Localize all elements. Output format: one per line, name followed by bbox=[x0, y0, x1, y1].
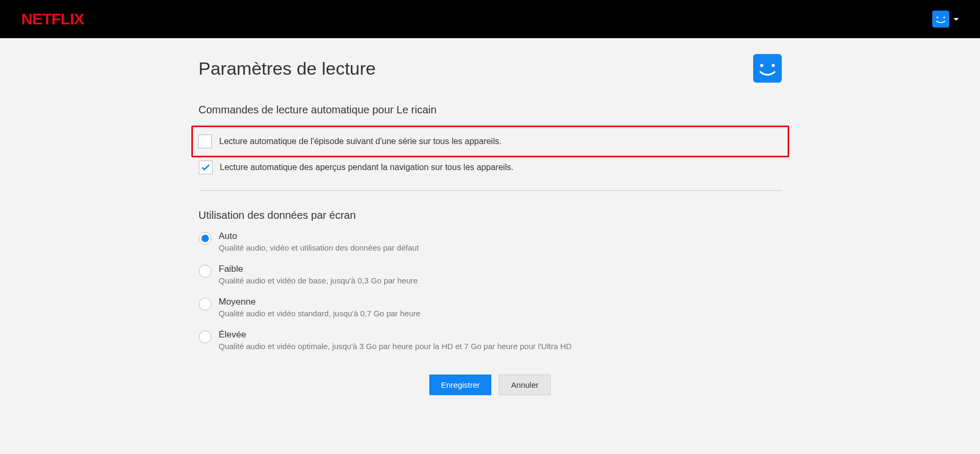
data-usage-medium-label: Moyenne bbox=[219, 297, 421, 307]
data-usage-high-label: Élevée bbox=[219, 330, 572, 340]
autoplay-previews-row[interactable]: Lecture automatique des aperçus pendant … bbox=[199, 161, 782, 174]
data-usage-high-row[interactable]: Élevée Qualité audio et vidéo optimale, … bbox=[199, 330, 782, 351]
autoplay-next-episode-checkbox[interactable] bbox=[198, 135, 212, 148]
chevron-down-icon bbox=[953, 18, 959, 21]
data-usage-auto-label: Auto bbox=[219, 231, 419, 242]
header: NETFLIX bbox=[0, 0, 980, 38]
page-title-row: Paramètres de lecture bbox=[199, 54, 782, 83]
main-content: Paramètres de lecture Commandes de lectu… bbox=[199, 38, 782, 416]
svg-point-1 bbox=[943, 16, 945, 18]
data-usage-medium-desc: Qualité audio et vidéo standard, jusqu'à… bbox=[219, 309, 421, 318]
profile-avatar bbox=[753, 54, 782, 83]
profile-menu[interactable] bbox=[932, 11, 959, 28]
data-usage-high-desc: Qualité audio et vidéo optimale, jusqu'à… bbox=[219, 342, 572, 351]
data-usage-auto-row[interactable]: Auto Qualité audio, vidéo et utilisation… bbox=[199, 231, 782, 252]
highlight-annotation: Lecture automatique de l'épisode suivant… bbox=[191, 126, 789, 157]
page-title: Paramètres de lecture bbox=[199, 58, 376, 79]
cancel-button[interactable]: Annuler bbox=[499, 375, 551, 395]
data-usage-high-text: Élevée Qualité audio et vidéo optimale, … bbox=[219, 330, 572, 351]
button-row: Enregistrer Annuler bbox=[199, 375, 782, 395]
autoplay-next-episode-label: Lecture automatique de l'épisode suivant… bbox=[219, 137, 502, 146]
netflix-logo[interactable]: NETFLIX bbox=[21, 10, 84, 28]
data-usage-high-radio[interactable] bbox=[199, 331, 211, 343]
data-usage-medium-radio[interactable] bbox=[199, 298, 211, 310]
data-usage-low-text: Faible Qualité audio et vidéo de base, j… bbox=[219, 264, 418, 285]
data-usage-auto-text: Auto Qualité audio, vidéo et utilisation… bbox=[219, 231, 419, 252]
svg-point-2 bbox=[760, 64, 763, 67]
autoplay-heading: Commandes de lecture automatique pour Le… bbox=[199, 104, 782, 116]
autoplay-previews-checkbox[interactable] bbox=[199, 161, 213, 174]
data-usage-medium-row[interactable]: Moyenne Qualité audio et vidéo standard,… bbox=[199, 297, 782, 318]
avatar-icon bbox=[932, 11, 949, 28]
autoplay-previews-label: Lecture automatique des aperçus pendant … bbox=[220, 163, 514, 172]
autoplay-next-episode-row[interactable]: Lecture automatique de l'épisode suivant… bbox=[198, 135, 782, 148]
data-usage-low-radio[interactable] bbox=[199, 265, 211, 278]
data-usage-low-desc: Qualité audio et vidéo de base, jusqu'à … bbox=[219, 276, 418, 285]
svg-point-0 bbox=[937, 16, 938, 18]
divider bbox=[199, 190, 782, 191]
data-usage-medium-text: Moyenne Qualité audio et vidéo standard,… bbox=[219, 297, 421, 318]
data-usage-low-label: Faible bbox=[219, 264, 418, 274]
data-usage-heading: Utilisation des données par écran bbox=[199, 209, 782, 221]
svg-point-3 bbox=[771, 64, 774, 67]
data-usage-auto-desc: Qualité audio, vidéo et utilisation des … bbox=[219, 243, 419, 252]
data-usage-low-row[interactable]: Faible Qualité audio et vidéo de base, j… bbox=[199, 264, 782, 285]
data-usage-auto-radio[interactable] bbox=[199, 232, 211, 245]
save-button[interactable]: Enregistrer bbox=[429, 375, 491, 395]
